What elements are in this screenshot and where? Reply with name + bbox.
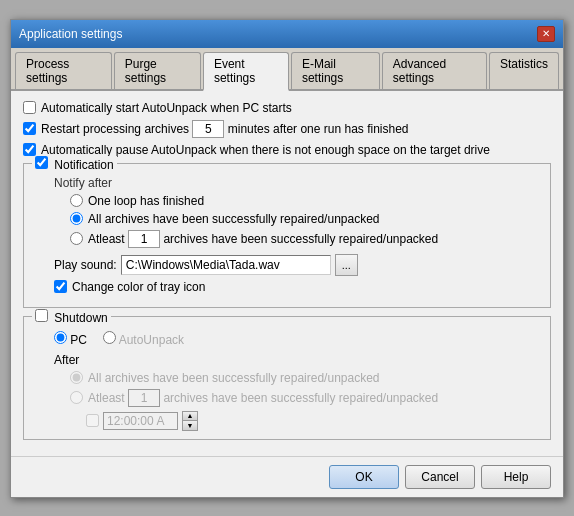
atleast-label: Atleast (88, 232, 125, 246)
all-archives-radio[interactable] (70, 212, 83, 225)
change-tray-label: Change color of tray icon (72, 280, 205, 294)
shutdown-atleast-row: Atleast archives have been successfully … (70, 389, 540, 407)
notification-group-label: Notification (32, 156, 117, 172)
close-button[interactable]: ✕ (537, 26, 555, 42)
play-sound-label: Play sound: (54, 258, 117, 272)
window-title: Application settings (19, 27, 122, 41)
restart-row: Restart processing archives minutes afte… (23, 120, 551, 138)
change-tray-checkbox[interactable] (54, 280, 67, 293)
tab-email-settings[interactable]: E-Mail settings (291, 52, 380, 89)
all-archives-row: All archives have been successfully repa… (70, 212, 540, 226)
shutdown-checkbox[interactable] (35, 309, 48, 322)
atleast-radio[interactable] (70, 232, 83, 245)
shutdown-label: Shutdown (54, 311, 107, 325)
notification-label: Notification (54, 158, 113, 172)
play-sound-path: C:\Windows\Media\Tada.wav (121, 255, 331, 275)
restart-suffix: minutes after one run has finished (228, 122, 409, 136)
auto-pause-label: Automatically pause AutoUnpack when ther… (41, 143, 490, 157)
time-row: ▲ ▼ (86, 411, 540, 431)
shutdown-atleast-radio[interactable] (70, 391, 83, 404)
all-archives-label: All archives have been successfully repa… (88, 212, 380, 226)
title-bar: Application settings ✕ (11, 20, 563, 48)
shutdown-atleast-input[interactable] (128, 389, 160, 407)
change-tray-row: Change color of tray icon (54, 280, 540, 294)
auto-pause-row: Automatically pause AutoUnpack when ther… (23, 143, 551, 157)
time-checkbox[interactable] (86, 414, 99, 427)
tab-process-settings[interactable]: Process settings (15, 52, 112, 89)
time-spinner: ▲ ▼ (182, 411, 198, 431)
shutdown-type-row: PC AutoUnpack (54, 331, 540, 347)
atleast-row: Atleast archives have been successfully … (70, 230, 540, 248)
restart-minutes-input[interactable] (192, 120, 224, 138)
time-down-button[interactable]: ▼ (183, 421, 197, 430)
auto-start-label: Automatically start AutoUnpack when PC s… (41, 101, 292, 115)
auto-start-checkbox[interactable] (23, 101, 36, 114)
shutdown-atleast-label: Atleast (88, 391, 125, 405)
tab-statistics[interactable]: Statistics (489, 52, 559, 89)
notification-checkbox[interactable] (35, 156, 48, 169)
shutdown-pc-radio[interactable] (54, 331, 67, 344)
tab-bar: Process settings Purge settings Event se… (11, 48, 563, 91)
after-label: After (54, 353, 540, 367)
tab-event-settings[interactable]: Event settings (203, 52, 289, 91)
auto-pause-checkbox[interactable] (23, 143, 36, 156)
restart-label: Restart processing archives (41, 122, 189, 136)
shutdown-all-archives-radio[interactable] (70, 371, 83, 384)
application-window: Application settings ✕ Process settings … (10, 19, 564, 498)
play-sound-row: Play sound: C:\Windows\Media\Tada.wav ..… (54, 254, 540, 276)
shutdown-atleast-suffix: archives have been successfully repaired… (163, 391, 438, 405)
one-loop-row: One loop has finished (70, 194, 540, 208)
one-loop-radio[interactable] (70, 194, 83, 207)
help-button[interactable]: Help (481, 465, 551, 489)
shutdown-group-label: Shutdown (32, 309, 111, 325)
shutdown-all-archives-row: All archives have been successfully repa… (70, 371, 540, 385)
shutdown-group: Shutdown PC AutoUnpack After All archive… (23, 316, 551, 440)
shutdown-autounpack-label: AutoUnpack (119, 333, 184, 347)
tab-advanced-settings[interactable]: Advanced settings (382, 52, 487, 89)
content-area: Automatically start AutoUnpack when PC s… (11, 91, 563, 456)
notification-group: Notification Notify after One loop has f… (23, 163, 551, 308)
shutdown-pc-label: PC (70, 333, 87, 347)
time-up-button[interactable]: ▲ (183, 412, 197, 421)
cancel-button[interactable]: Cancel (405, 465, 475, 489)
browse-button[interactable]: ... (335, 254, 358, 276)
auto-start-row: Automatically start AutoUnpack when PC s… (23, 101, 551, 115)
notify-after-label: Notify after (54, 176, 540, 190)
footer: OK Cancel Help (11, 456, 563, 497)
atleast-input[interactable] (128, 230, 160, 248)
atleast-suffix: archives have been successfully repaired… (163, 232, 438, 246)
ok-button[interactable]: OK (329, 465, 399, 489)
one-loop-label: One loop has finished (88, 194, 204, 208)
restart-checkbox[interactable] (23, 122, 36, 135)
shutdown-autounpack-radio[interactable] (103, 331, 116, 344)
time-input[interactable] (103, 412, 178, 430)
title-bar-buttons: ✕ (537, 26, 555, 42)
tab-purge-settings[interactable]: Purge settings (114, 52, 201, 89)
shutdown-all-archives-label: All archives have been successfully repa… (88, 371, 380, 385)
